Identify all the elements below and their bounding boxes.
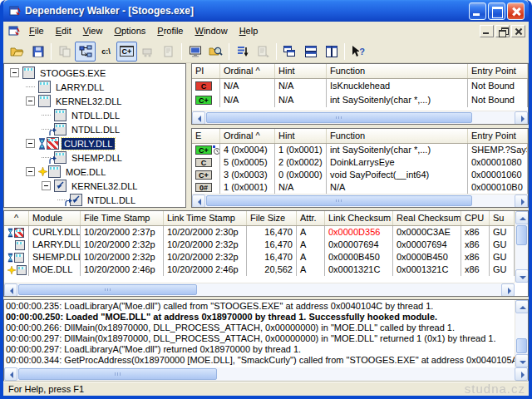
table-row[interactable]: C+ N/A N/A int SaySoitenly(char *,...) N…	[192, 93, 528, 107]
scrollbar-thumb[interactable]	[18, 284, 197, 295]
start-profiling-button[interactable]	[232, 42, 253, 62]
tree-item[interactable]: STOOGES.EXE	[4, 66, 185, 80]
column-header-function[interactable]: Function	[327, 64, 468, 78]
tree-item[interactable]: NTDLL.DLL	[4, 122, 185, 136]
collapse-icon[interactable]	[26, 139, 35, 148]
collapse-icon[interactable]	[26, 167, 35, 176]
column-header-file-time[interactable]: File Time Stamp	[81, 211, 164, 225]
vertical-scrollbar[interactable]	[515, 211, 528, 283]
scroll-right-button[interactable]	[501, 283, 515, 297]
view-full-paths-button[interactable]: c:\	[96, 42, 116, 62]
vertical-scrollbar[interactable]	[515, 300, 528, 367]
column-header-hint[interactable]: Hint	[275, 64, 327, 78]
table-row[interactable]: C 5 (0x0005) 2 (0x0002) DoinkLarrysEye 0…	[192, 156, 528, 169]
stop-profiling-button[interactable]	[253, 42, 273, 62]
scrollbar-thumb[interactable]	[206, 112, 472, 123]
tile-vertically-button[interactable]	[321, 42, 342, 62]
table-row[interactable]: LARRY.DLL 10/20/2000 2:32p 10/20/2000 2:…	[4, 239, 515, 251]
collapse-icon[interactable]	[10, 68, 19, 77]
column-header-ordinal[interactable]: Ordinal ^	[220, 64, 275, 78]
tree-item[interactable]: NTDLL.DLL	[4, 193, 185, 207]
tree-item[interactable]: MOE.DLL	[4, 165, 185, 179]
column-header-subsystem[interactable]: Su	[490, 211, 515, 225]
mdi-restore-button[interactable]	[495, 25, 510, 37]
scroll-right-button[interactable]	[515, 111, 528, 125]
column-header-function[interactable]: Function	[327, 129, 468, 143]
column-header-link-checksum[interactable]: Link Checksum	[325, 211, 393, 225]
save-button[interactable]	[27, 42, 48, 62]
mdi-minimize-button[interactable]	[480, 25, 494, 37]
tree-item[interactable]: KERNEL32.DLL	[4, 94, 185, 108]
column-header-pi[interactable]: PI	[192, 64, 220, 78]
auto-expand-button[interactable]	[75, 42, 96, 62]
menu-file[interactable]: File	[23, 23, 50, 38]
horizontal-scrollbar[interactable]	[4, 283, 515, 296]
properties-button[interactable]	[158, 42, 179, 62]
table-row[interactable]: C N/A N/A IsKnucklehead Not Bound	[192, 79, 528, 93]
external-viewer-button[interactable]	[137, 42, 158, 62]
scroll-right-button[interactable]	[515, 195, 528, 208]
tree-item[interactable]: NTDLL.DLL	[4, 108, 185, 122]
horizontal-scrollbar[interactable]	[192, 111, 528, 124]
column-header-e[interactable]: E	[192, 129, 220, 143]
menu-edit[interactable]: Edit	[50, 23, 77, 38]
scroll-left-button[interactable]	[4, 367, 17, 381]
cascade-windows-button[interactable]	[279, 42, 300, 62]
scroll-down-button[interactable]	[515, 354, 529, 367]
tree-item[interactable]: SHEMP.DLL	[4, 150, 185, 165]
scrollbar-thumb[interactable]	[18, 368, 217, 380]
scrollbar-thumb[interactable]	[206, 195, 472, 206]
tile-horizontally-button[interactable]	[300, 42, 321, 62]
table-row[interactable]: C+ 3 (0x0003) 0 (0x0000) void SayPoifect…	[192, 169, 528, 181]
undecorate-cpp-button[interactable]: C+	[116, 42, 137, 62]
column-header-entry-point[interactable]: Entry Point	[468, 129, 528, 143]
tree-item[interactable]: LARRY.DLL	[4, 80, 185, 94]
scroll-right-button[interactable]	[515, 367, 528, 381]
copy-button[interactable]	[54, 42, 75, 62]
scrollbar-thumb[interactable]	[516, 225, 527, 245]
column-header-hint[interactable]: Hint	[275, 129, 327, 143]
scroll-down-button[interactable]	[515, 269, 529, 283]
column-header-link-time[interactable]: Link Time Stamp	[164, 211, 247, 225]
menu-options[interactable]: Options	[108, 23, 151, 38]
column-header-real-checksum[interactable]: Real Checksum	[393, 211, 461, 225]
column-header-attr[interactable]: Attr.	[297, 211, 325, 225]
mdi-document-icon[interactable]	[7, 24, 21, 37]
table-row[interactable]: 0# 1 (0x0001) N/A N/A 0x000010B0	[192, 181, 528, 194]
table-row[interactable]: MOE.DLL 10/20/2000 2:46p 10/20/2000 2:46…	[4, 264, 515, 276]
scroll-up-button[interactable]	[515, 211, 529, 224]
table-row[interactable]: C+ 4 (0x0004) 1 (0x0001) int SaySoitenly…	[192, 144, 528, 156]
menu-help[interactable]: Help	[234, 23, 264, 38]
tree-item[interactable]: KERNEL32.DLL	[4, 179, 185, 193]
table-row[interactable]: SHEMP.DLL 10/20/2000 2:32p 10/20/2000 2:…	[4, 251, 515, 264]
log-output[interactable]: 00:00:00.235: LoadLibraryA("Moe.dll") ca…	[4, 300, 515, 367]
scrollbar-thumb[interactable]	[516, 338, 527, 353]
scroll-up-button[interactable]	[515, 300, 529, 313]
scroll-left-button[interactable]	[192, 111, 205, 125]
minimize-button[interactable]	[469, 2, 486, 20]
horizontal-scrollbar[interactable]	[192, 194, 528, 207]
selected-tree-item-label[interactable]: CURLY.DLL	[62, 138, 115, 150]
scroll-left-button[interactable]	[192, 195, 205, 208]
menu-profile[interactable]: Profile	[151, 23, 189, 38]
column-header-icon[interactable]: ^	[4, 211, 29, 225]
log-horizontal-scrollbar[interactable]	[3, 367, 529, 382]
column-header-file-size[interactable]: File Size	[247, 211, 297, 225]
table-row[interactable]: CURLY.DLL 10/20/2000 2:37p 10/20/2000 2:…	[4, 226, 515, 239]
column-header-ordinal[interactable]: Ordinal ^	[220, 129, 275, 143]
module-search-order-button[interactable]	[205, 42, 226, 62]
maximize-button[interactable]	[488, 2, 505, 20]
column-header-cpu[interactable]: CPU	[461, 211, 490, 225]
system-information-button[interactable]	[185, 42, 205, 62]
scroll-left-button[interactable]	[4, 283, 17, 297]
context-help-button[interactable]: ?	[347, 42, 368, 62]
menu-window[interactable]: Window	[189, 23, 233, 38]
title-bar[interactable]: Dependency Walker - [Stooges.exe]	[3, 0, 529, 22]
close-button[interactable]	[507, 2, 525, 20]
menu-view[interactable]: View	[77, 23, 109, 38]
collapse-icon[interactable]	[42, 181, 51, 190]
mdi-close-button[interactable]	[511, 25, 525, 37]
tree-item[interactable]: CURLY.DLL	[4, 136, 185, 150]
collapse-icon[interactable]	[26, 96, 35, 106]
column-header-entry-point[interactable]: Entry Point	[468, 64, 528, 78]
